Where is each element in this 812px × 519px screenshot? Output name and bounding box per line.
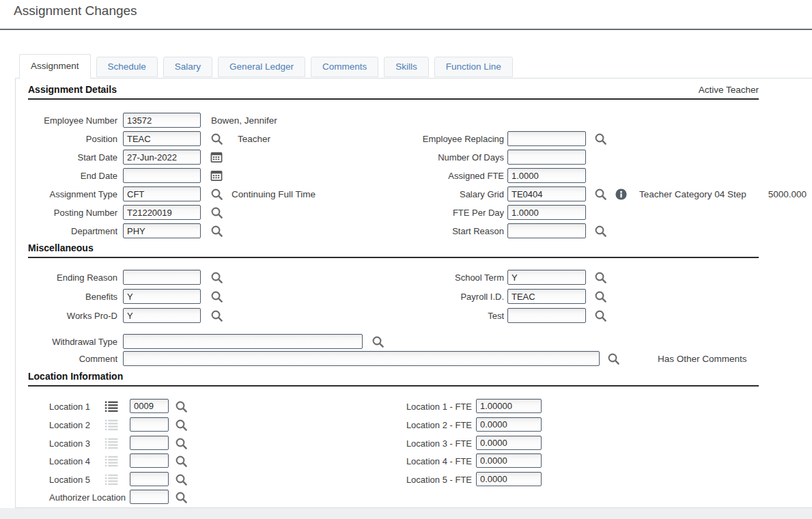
- tab-function-line[interactable]: Function Line: [434, 57, 513, 77]
- start-reason-input[interactable]: [507, 223, 586, 238]
- position-label: Position: [16, 134, 117, 144]
- search-icon[interactable]: [175, 419, 187, 431]
- field-row: Position Teacher Employee Replacing: [16, 131, 812, 146]
- search-icon[interactable]: [594, 132, 606, 145]
- search-icon[interactable]: [594, 225, 606, 237]
- salary-grid-input[interactable]: [507, 186, 586, 201]
- assigned-fte-label: Assigned FTE: [299, 171, 504, 181]
- search-icon[interactable]: [372, 335, 384, 348]
- withdrawal-type-input[interactable]: [123, 334, 363, 349]
- works-pro-d-input[interactable]: [123, 308, 201, 323]
- location-1-input[interactable]: [130, 399, 169, 413]
- tab-assignment[interactable]: Assignment: [19, 54, 91, 79]
- location-4-fte-input[interactable]: [476, 453, 542, 468]
- employee-number-label: Employee Number: [16, 115, 117, 126]
- assignment-type-input[interactable]: [123, 186, 201, 201]
- search-icon[interactable]: [175, 400, 187, 412]
- tab-comments[interactable]: Comments: [311, 57, 378, 77]
- page-title: Assignment Changes: [14, 3, 137, 18]
- search-icon[interactable]: [210, 271, 223, 283]
- benefits-input[interactable]: [123, 289, 201, 304]
- search-icon[interactable]: [210, 309, 223, 322]
- location-5-input[interactable]: [130, 472, 169, 486]
- search-icon[interactable]: [210, 225, 223, 237]
- ending-reason-input[interactable]: [123, 270, 201, 285]
- authorizer-location-label: Authorizer Location: [16, 492, 126, 503]
- calendar-icon[interactable]: [210, 169, 223, 182]
- location-4-input[interactable]: [130, 453, 169, 468]
- search-icon[interactable]: [607, 352, 619, 365]
- list-icon: [104, 474, 119, 486]
- department-input[interactable]: [123, 223, 201, 238]
- employee-replacing-label: Employee Replacing: [299, 134, 504, 144]
- test-input[interactable]: [507, 308, 586, 323]
- section-miscellaneous: Miscellaneous: [28, 242, 759, 258]
- start-reason-label: Start Reason: [299, 226, 504, 236]
- field-row: Location 5 Location 5 - FTE: [16, 472, 812, 487]
- authorizer-location-input[interactable]: [130, 490, 169, 504]
- ending-reason-label: Ending Reason: [16, 272, 117, 283]
- search-icon[interactable]: [175, 473, 187, 486]
- tab-general-ledger[interactable]: General Ledger: [218, 57, 305, 77]
- field-row: Employee Number Bowen, Jennifer: [16, 113, 812, 128]
- tab-salary[interactable]: Salary: [163, 57, 212, 77]
- end-date-input[interactable]: [123, 168, 201, 183]
- location-3-fte-input[interactable]: [476, 436, 542, 450]
- info-icon[interactable]: [615, 188, 627, 200]
- list-icon[interactable]: [104, 401, 119, 412]
- search-icon[interactable]: [210, 206, 223, 219]
- withdrawal-type-label: Withdrawal Type: [16, 337, 117, 347]
- assigned-fte-input[interactable]: [507, 168, 586, 183]
- salary-grid-amount: 5000.000: [764, 189, 807, 199]
- start-date-label: Start Date: [16, 152, 117, 163]
- section-title: Miscellaneous: [28, 242, 94, 253]
- test-label: Test: [299, 311, 504, 321]
- end-date-label: End Date: [16, 171, 117, 181]
- posting-number-input[interactable]: [123, 205, 201, 220]
- location-3-input[interactable]: [130, 436, 169, 450]
- payroll-id-label: Payroll I.D.: [299, 292, 504, 302]
- location-2-input[interactable]: [130, 417, 169, 432]
- search-icon[interactable]: [175, 437, 187, 449]
- tab-skills[interactable]: Skills: [384, 57, 429, 77]
- location-2-label: Location 2: [16, 420, 90, 430]
- fte-per-day-input[interactable]: [507, 205, 586, 220]
- number-of-days-input[interactable]: [507, 150, 586, 165]
- tab-schedule[interactable]: Schedule: [96, 57, 158, 77]
- school-term-input[interactable]: [507, 270, 586, 285]
- search-icon[interactable]: [210, 188, 223, 200]
- employee-name-text: Bowen, Jennifer: [211, 115, 277, 126]
- employee-number-input[interactable]: [123, 113, 201, 128]
- benefits-label: Benefits: [16, 292, 117, 302]
- location-3-label: Location 3: [16, 438, 90, 449]
- title-divider: [0, 29, 812, 30]
- field-row: End Date Assigned FTE: [16, 168, 812, 183]
- location-2-fte-input[interactable]: [476, 417, 542, 432]
- start-date-input[interactable]: [123, 150, 201, 165]
- position-input[interactable]: [123, 131, 201, 146]
- search-icon[interactable]: [594, 309, 606, 322]
- search-icon[interactable]: [594, 188, 606, 200]
- section-location-information: Location Information: [28, 371, 759, 387]
- number-of-days-label: Number Of Days: [299, 152, 504, 163]
- search-icon[interactable]: [594, 271, 606, 283]
- search-icon[interactable]: [175, 455, 187, 467]
- location-1-label: Location 1: [16, 402, 90, 412]
- salary-grid-label: Salary Grid: [299, 189, 504, 199]
- search-icon[interactable]: [594, 290, 606, 303]
- posting-number-label: Posting Number: [16, 208, 117, 218]
- employee-replacing-input[interactable]: [507, 131, 586, 146]
- location-1-fte-label: Location 1 - FTE: [289, 402, 472, 412]
- search-icon[interactable]: [210, 290, 223, 303]
- search-icon[interactable]: [175, 491, 187, 503]
- location-5-fte-input[interactable]: [476, 472, 542, 486]
- search-icon[interactable]: [210, 132, 223, 145]
- payroll-id-input[interactable]: [507, 289, 586, 304]
- comment-input[interactable]: [123, 351, 600, 366]
- location-4-label: Location 4: [16, 456, 90, 466]
- field-row: Benefits Payroll I.D.: [16, 289, 812, 304]
- location-3-fte-label: Location 3 - FTE: [289, 438, 472, 449]
- location-1-fte-input[interactable]: [476, 399, 542, 413]
- calendar-icon[interactable]: [210, 151, 223, 163]
- section-assignment-details: Assignment Details Active Teacher: [28, 84, 759, 100]
